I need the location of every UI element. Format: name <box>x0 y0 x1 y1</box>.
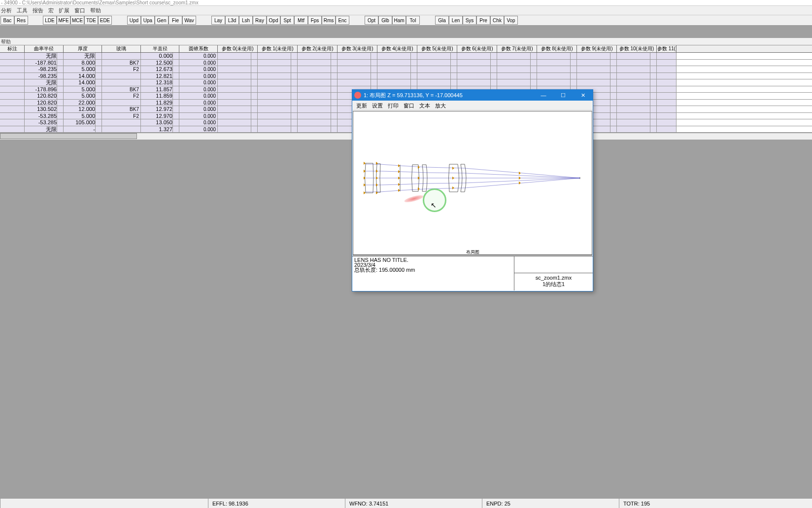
cell-param[interactable] <box>218 113 258 119</box>
col-p8[interactable]: 参数 8(未使用) <box>537 45 577 52</box>
cell-thick[interactable]: 5.000 <box>64 113 102 119</box>
cell-param[interactable] <box>298 119 338 126</box>
tb-glb[interactable]: Glb <box>378 16 392 25</box>
cell-param[interactable] <box>377 53 417 59</box>
cell-radius[interactable]: 120.820 <box>25 93 64 99</box>
cell-param[interactable] <box>537 79 577 86</box>
cell[interactable] <box>102 100 141 106</box>
tb-lay[interactable]: Lay <box>211 16 225 25</box>
col-semidia[interactable]: 半直径 <box>141 45 179 52</box>
cell-param[interactable] <box>298 86 338 93</box>
col-conic[interactable]: 圆锥系数 <box>179 45 218 52</box>
cell-sd[interactable]: 12.673 <box>141 66 179 73</box>
col-p11[interactable]: 参数 11( <box>657 45 677 52</box>
cell-param[interactable] <box>298 53 338 59</box>
cell-param[interactable] <box>577 79 617 86</box>
cell[interactable]: BK7 <box>102 106 141 112</box>
tb-spt[interactable]: Spt <box>280 16 294 25</box>
cell[interactable]: 0.000 <box>179 126 218 133</box>
cell-param[interactable] <box>258 73 298 79</box>
menu-tools[interactable]: 工具 <box>17 6 28 15</box>
close-button[interactable]: ✕ <box>573 90 593 101</box>
cell[interactable] <box>102 73 141 79</box>
cell-thick[interactable]: 12.000 <box>64 106 102 112</box>
cell-param[interactable] <box>417 66 457 73</box>
cell[interactable] <box>102 119 141 126</box>
cell-param[interactable] <box>377 79 417 86</box>
cell-param[interactable] <box>417 73 457 79</box>
menu-extend[interactable]: 扩展 <box>59 6 69 15</box>
cell-param[interactable] <box>258 100 298 106</box>
tb-mce[interactable]: MCE <box>70 16 84 25</box>
cell-sd[interactable]: 0.000 <box>141 53 179 59</box>
cell[interactable]: BK7 <box>102 60 141 66</box>
tb-mfe[interactable]: MFE <box>57 16 70 25</box>
table-row[interactable]: 无限无限0.0000.000 <box>0 53 812 60</box>
cell-sd[interactable]: 11.829 <box>141 100 179 106</box>
cell-param[interactable] <box>617 86 657 93</box>
cell[interactable] <box>102 79 141 86</box>
pm-update[interactable]: 更新 <box>356 101 367 110</box>
col-glass[interactable]: 玻璃 <box>102 45 141 52</box>
cell-radius[interactable]: 130.502 <box>25 106 64 112</box>
cell-param[interactable] <box>258 60 298 66</box>
menu-macro[interactable]: 宏 <box>48 6 54 15</box>
cell-param[interactable] <box>258 86 298 93</box>
cell-param[interactable] <box>457 60 497 66</box>
table-row[interactable]: -98.2355.000F212.6730.000 <box>0 66 812 73</box>
cell[interactable]: 0.000 <box>179 113 218 119</box>
cell-param[interactable] <box>258 119 298 126</box>
col-p1[interactable]: 参数 1(未使用) <box>258 45 298 52</box>
cell-param[interactable] <box>617 126 657 133</box>
tb-ray[interactable]: Ray <box>253 16 267 25</box>
cell-param[interactable] <box>377 66 417 73</box>
cell-param[interactable] <box>617 93 657 99</box>
cell-param[interactable] <box>298 106 338 112</box>
tb-ham[interactable]: Ham <box>392 16 406 25</box>
cell-param[interactable] <box>298 66 338 73</box>
col-p7[interactable]: 参数 7(未使用) <box>497 45 537 52</box>
tb-rms[interactable]: Rms <box>322 16 336 25</box>
cell[interactable] <box>0 79 25 86</box>
cell-param[interactable] <box>537 60 577 66</box>
cell-param[interactable] <box>617 79 657 86</box>
pm-text[interactable]: 文本 <box>419 101 430 110</box>
cell-thick[interactable]: 14.000 <box>64 79 102 86</box>
cell[interactable] <box>0 53 25 59</box>
pm-window[interactable]: 窗口 <box>404 101 414 110</box>
cell-param[interactable] <box>338 73 377 79</box>
cell-param[interactable] <box>497 60 537 66</box>
cell[interactable]: F2 <box>102 93 141 99</box>
tb-bac[interactable]: Bac <box>0 16 14 25</box>
cell-param[interactable] <box>338 53 377 59</box>
cell-param[interactable] <box>218 93 258 99</box>
cell-param[interactable] <box>298 60 338 66</box>
tb-res[interactable]: Res <box>14 16 28 25</box>
cell-sd[interactable]: 12.318 <box>141 79 179 86</box>
cell[interactable]: 0.000 <box>179 53 218 59</box>
cell[interactable]: 0.000 <box>179 86 218 93</box>
cell-param[interactable] <box>298 73 338 79</box>
cell-param[interactable] <box>417 53 457 59</box>
cell[interactable]: BK7 <box>102 86 141 93</box>
cell-param[interactable] <box>497 53 537 59</box>
menu-report[interactable]: 报告 <box>33 6 43 15</box>
menu-analyze[interactable]: 分析 <box>1 6 12 15</box>
cell-radius[interactable]: -178.896 <box>25 86 64 93</box>
cell-param[interactable] <box>218 106 258 112</box>
layout-window[interactable]: 1: 布局图 Z = 59.713136, Y = -17.000445 — ☐… <box>352 89 593 291</box>
cell-param[interactable] <box>497 73 537 79</box>
cell-param[interactable] <box>298 79 338 86</box>
tb-len[interactable]: Len <box>449 16 463 25</box>
cell-param[interactable] <box>218 79 258 86</box>
cell-radius[interactable]: -53.285 <box>25 119 64 126</box>
col-note[interactable]: 标注 <box>0 45 25 52</box>
cell[interactable]: F2 <box>102 66 141 73</box>
cell-param[interactable] <box>577 73 617 79</box>
cell[interactable]: 0.000 <box>179 73 218 79</box>
cell-param[interactable] <box>338 66 377 73</box>
cell-param[interactable] <box>218 86 258 93</box>
cell-sd[interactable]: 12.821 <box>141 73 179 79</box>
cell-thick[interactable]: 5.000 <box>64 66 102 73</box>
menu-help[interactable]: 帮助 <box>90 6 101 15</box>
